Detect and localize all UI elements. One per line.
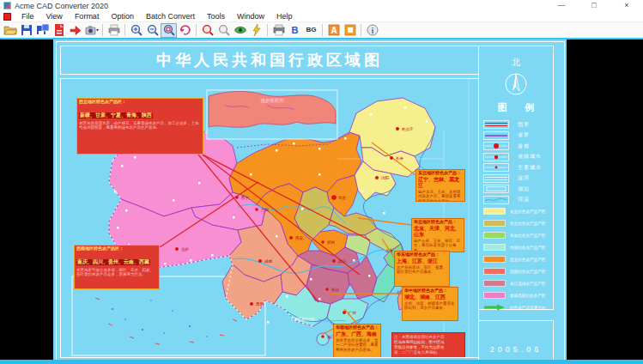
- background-color-button[interactable]: BG: [303, 23, 319, 38]
- menu-batch-convert[interactable]: Batch Convert: [140, 12, 201, 21]
- flow-arrow-symbol: [483, 304, 506, 311]
- zoom-out-button[interactable]: [144, 23, 161, 38]
- font-style-button[interactable]: A: [325, 23, 342, 38]
- menu-help[interactable]: Help: [270, 12, 299, 21]
- capture-image-button[interactable]: [83, 23, 100, 38]
- orange-square-icon: [343, 23, 357, 37]
- region-swatch: [483, 220, 506, 227]
- svg-text:西宁: 西宁: [241, 195, 250, 200]
- region-swatch: [483, 244, 506, 251]
- svg-text:长沙: 长沙: [331, 288, 340, 292]
- convert-button[interactable]: [67, 23, 83, 38]
- legend-symbol-row: 河流: [479, 195, 553, 206]
- legend-symbol-row: 省级城市: [479, 152, 553, 163]
- open-file-button[interactable]: [2, 23, 18, 38]
- legend-region-row: 西南特色农产品产区: [479, 265, 553, 277]
- batch-print-button[interactable]: [270, 23, 287, 38]
- toolbar-separator: [361, 24, 361, 36]
- printer2-icon: [272, 23, 286, 37]
- drawing-canvas[interactable]: 中华人民共和国行政区域图: [0, 38, 643, 364]
- menu-view[interactable]: View: [40, 12, 69, 21]
- print-button[interactable]: [106, 23, 122, 38]
- letter-a-box-icon: A: [327, 23, 341, 37]
- floppy-icon: [20, 23, 33, 37]
- find-button[interactable]: [199, 23, 215, 38]
- save-button[interactable]: [18, 23, 34, 38]
- toolbar-separator: [102, 24, 103, 36]
- south-sea-islands: 南海诸岛: [80, 283, 237, 344]
- zoom-previous-button[interactable]: [177, 23, 193, 38]
- legend-symbol-row: 主要城市: [479, 162, 553, 173]
- fill-color-button[interactable]: [342, 23, 358, 38]
- red-arrow-icon: [69, 23, 82, 37]
- minimize-button[interactable]: —: [545, 0, 578, 11]
- map-title-box: 中华人民共和国行政区域图: [60, 46, 479, 75]
- legend-symbol-row: 湖泊: [479, 184, 553, 195]
- gray-magnifier-icon: [217, 23, 231, 37]
- svg-text:兰州: 兰州: [261, 208, 269, 212]
- document-icon: [3, 13, 11, 21]
- zoom-window-button[interactable]: [161, 23, 177, 38]
- letter-b-icon: B: [292, 26, 299, 35]
- zoom-window-icon: [162, 23, 176, 37]
- app-icon: [3, 2, 11, 9]
- legend-region-row: 华南特色农产品产区: [479, 241, 553, 253]
- export-pdf-button[interactable]: [51, 23, 67, 38]
- svg-text:郑州: 郑州: [327, 240, 335, 245]
- view-button[interactable]: [232, 23, 248, 38]
- floppy-stack-icon: [36, 23, 50, 37]
- region-swatch: [483, 232, 506, 239]
- map-date: 2005.06: [490, 345, 543, 354]
- legend-symbol-row: 首都: [479, 141, 553, 152]
- camera-icon: [85, 23, 99, 37]
- legend-panel: 北 图 例 国界 省界 首都: [478, 46, 554, 310]
- legend-region-row: 特色农产品流通方向: [479, 301, 553, 313]
- callout-north: 华北地区特色农产品： 北京、天津、河北、山东 盛产小麦、玉米、棉花、花生，果品蔬…: [411, 218, 464, 252]
- zoom-in-button[interactable]: [128, 23, 144, 38]
- zoom-out-icon: [146, 23, 160, 37]
- region-swatch: [483, 256, 506, 263]
- svg-text:北京: 北京: [338, 196, 347, 200]
- callout-east: 华东地区特色农产品： 上海、江苏、浙江 水产养殖发达，茶叶、蚕桑、园艺等特色产品…: [394, 251, 450, 287]
- national-boundary-symbol: [483, 120, 509, 129]
- toolbar-separator: [322, 24, 323, 36]
- region-label: 广西壮族自治区: [291, 317, 315, 321]
- map-frame: 俄罗斯联邦 南海诸岛: [60, 78, 479, 358]
- russia-inset: 俄罗斯联邦: [207, 90, 337, 139]
- close-button[interactable]: ×: [610, 0, 643, 11]
- toolbar-separator: [267, 24, 268, 36]
- province-boundary-symbol: [483, 131, 509, 140]
- svg-text:上海: 上海: [385, 248, 394, 252]
- legend-region-row: 长江流域农产品产区: [479, 277, 553, 289]
- svg-text:沈阳: 沈阳: [381, 176, 389, 180]
- svg-text:武汉: 武汉: [338, 259, 347, 264]
- svg-text:西安: 西安: [295, 235, 304, 240]
- bold-button[interactable]: B: [287, 23, 303, 38]
- north-label: 北: [479, 57, 553, 69]
- title-bar: Acme CAD Converter 2020 — □ ×: [0, 0, 643, 11]
- pan-button[interactable]: [215, 23, 232, 38]
- legend-region-row: 青藏高原特色农产区: [479, 289, 553, 301]
- compass-icon: [503, 70, 529, 98]
- menu-file[interactable]: File: [15, 12, 40, 21]
- maximize-button[interactable]: □: [578, 0, 610, 11]
- map-date-box: 2005.06: [478, 320, 554, 360]
- bottom-accent-strip: [0, 360, 643, 364]
- save-as-button[interactable]: [34, 23, 51, 38]
- province-city-symbol: [483, 153, 509, 161]
- region-swatch: [483, 268, 506, 275]
- svg-text:昆明: 昆明: [256, 302, 264, 306]
- menu-format[interactable]: Format: [69, 12, 106, 21]
- callout-northwest: 西北地区特色农产品区： 新疆、甘肃、宁夏、青海、陕西 本区光热资源充足，盛产棉花…: [76, 98, 203, 155]
- menu-option[interactable]: Option: [105, 12, 140, 21]
- menu-window[interactable]: Window: [231, 12, 270, 21]
- zoom-in-icon: [130, 23, 143, 37]
- region-swatch: [483, 280, 506, 287]
- svg-text:哈尔滨: 哈尔滨: [402, 127, 414, 131]
- bg-text-icon: BG: [306, 27, 317, 33]
- window-title: Acme CAD Converter 2020: [15, 2, 108, 10]
- markup-button[interactable]: [248, 23, 264, 38]
- about-button[interactable]: i: [364, 23, 380, 38]
- menu-tools[interactable]: Tools: [201, 12, 231, 21]
- info-icon: i: [366, 23, 379, 37]
